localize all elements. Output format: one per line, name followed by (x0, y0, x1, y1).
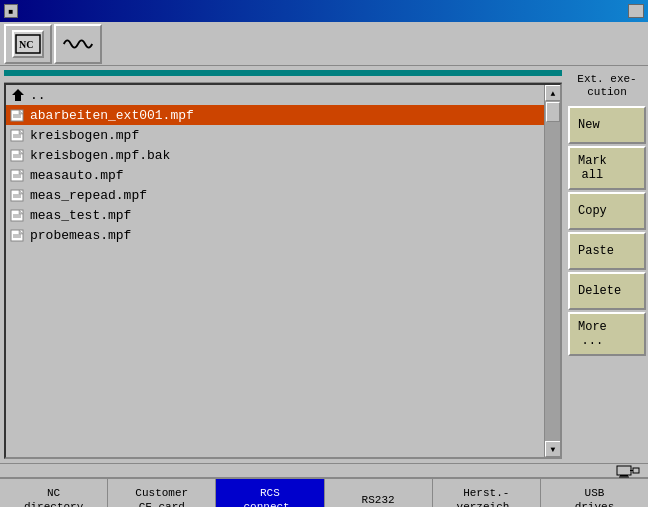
svg-rect-33 (619, 476, 629, 477)
file-name: meas_repead.mpf (30, 188, 147, 203)
file-list: .. abarbeiten_ext001.mpf kreisbogen.mpf … (6, 85, 544, 457)
file-list-container: .. abarbeiten_ext001.mpf kreisbogen.mpf … (4, 83, 562, 459)
nc-toolbar-button[interactable]: NC (4, 24, 52, 64)
bottom-tab-rs232[interactable]: RS232 (325, 479, 433, 507)
close-button[interactable] (628, 4, 644, 18)
file-item[interactable]: kreisbogen.mpf.bak (6, 145, 544, 165)
svg-text:NC: NC (19, 39, 33, 50)
file-name: kreisbogen.mpf.bak (30, 148, 170, 163)
title-bar-left: ■ (4, 4, 22, 18)
bottom-tab-usb-drives[interactable]: USBdrives (541, 479, 648, 507)
file-item[interactable]: meas_repead.mpf (6, 185, 544, 205)
new-btn[interactable]: New (568, 106, 646, 144)
jog-toolbar-button[interactable] (54, 24, 102, 64)
file-name: measauto.mpf (30, 168, 124, 183)
file-icon (10, 128, 26, 142)
file-icon (10, 148, 26, 162)
svg-rect-32 (620, 475, 628, 477)
file-item[interactable]: kreisbogen.mpf (6, 125, 544, 145)
drive-label (4, 76, 562, 83)
status-bar (0, 463, 648, 477)
bottom-tab-customer-cf[interactable]: CustomerCF card (108, 479, 216, 507)
main-content: .. abarbeiten_ext001.mpf kreisbogen.mpf … (0, 66, 648, 463)
file-name: probemeas.mpf (30, 228, 131, 243)
svg-rect-34 (633, 468, 639, 473)
scroll-up-button[interactable]: ▲ (545, 85, 561, 101)
network-status-icon (616, 464, 640, 478)
left-panel: .. abarbeiten_ext001.mpf kreisbogen.mpf … (0, 66, 566, 463)
bottom-tabs: NCdirectoryCustomerCF cardRCSconnect.RS2… (0, 477, 648, 507)
file-icon (10, 228, 26, 242)
title-bar: ■ (0, 0, 648, 22)
file-name: meas_test.mpf (30, 208, 131, 223)
file-icon (10, 188, 26, 202)
file-name: kreisbogen.mpf (30, 128, 139, 143)
file-name: abarbeiten_ext001.mpf (30, 108, 194, 123)
file-item[interactable]: meas_test.mpf (6, 205, 544, 225)
ext-execution-label: Ext. exe-cution (568, 68, 646, 104)
bottom-tab-nc-directory[interactable]: NCdirectory (0, 479, 108, 507)
mark-all-btn[interactable]: Markall (568, 146, 646, 190)
toolbar: NC (0, 22, 648, 66)
delete-btn[interactable]: Delete (568, 272, 646, 310)
file-name: .. (30, 88, 46, 103)
parent-dir-icon (10, 88, 26, 102)
more-btn[interactable]: More... (568, 312, 646, 356)
file-icon (10, 108, 26, 122)
svg-rect-31 (617, 466, 631, 475)
jog-icon (62, 33, 94, 55)
right-panel: Ext. exe-cution NewMarkallCopyPasteDelet… (566, 66, 648, 463)
file-item[interactable]: probemeas.mpf (6, 225, 544, 245)
nc-icon: NC (12, 30, 44, 58)
scrollbar[interactable]: ▲ ▼ (544, 85, 560, 457)
file-icon (10, 208, 26, 222)
file-item[interactable]: abarbeiten_ext001.mpf (6, 105, 544, 125)
scroll-track (545, 101, 560, 441)
copy-btn[interactable]: Copy (568, 192, 646, 230)
svg-marker-2 (12, 89, 24, 101)
scroll-down-button[interactable]: ▼ (545, 441, 561, 457)
paste-btn[interactable]: Paste (568, 232, 646, 270)
app-icon: ■ (4, 4, 18, 18)
file-item[interactable]: measauto.mpf (6, 165, 544, 185)
bottom-tab-herst-verz[interactable]: Herst.-verzeich. (433, 479, 541, 507)
file-icon (10, 168, 26, 182)
scroll-thumb[interactable] (546, 102, 560, 122)
file-item[interactable]: .. (6, 85, 544, 105)
bottom-tab-rcs-connect[interactable]: RCSconnect. (216, 479, 324, 507)
